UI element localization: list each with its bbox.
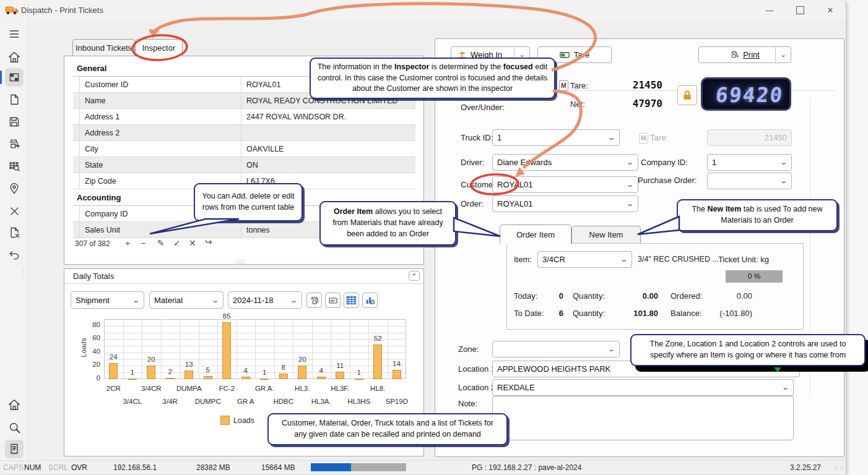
print-dropdown[interactable]: ⌄: [775, 47, 791, 62]
toolbar-grip[interactable]: ⁚⁚: [22, 270, 27, 276]
desktop: Dispatch - Print Tickets — ✕ ⁚⁚ Inbound: [0, 0, 868, 475]
tab-inbound-tickets[interactable]: Inbound Tickets: [72, 39, 135, 56]
print-button[interactable]: Print ⌄: [698, 46, 791, 63]
manual-tare-badge[interactable]: M: [559, 80, 568, 91]
quantity-to-date-label: Quantity:: [573, 309, 605, 318]
property-label: State: [80, 157, 241, 173]
record-delete-button[interactable]: −: [141, 238, 145, 248]
lcd-value: 69420: [714, 83, 784, 107]
tiles-icon[interactable]: [5, 68, 24, 87]
print-add-icon[interactable]: [5, 135, 24, 153]
close-icon[interactable]: [5, 202, 24, 220]
item-label: Item:: [514, 255, 532, 264]
save-icon[interactable]: [5, 113, 24, 131]
driver-select[interactable]: Diane Edwards⌄: [492, 154, 638, 171]
chart-settings-icon[interactable]: [362, 293, 378, 308]
property-row: CityOAKVILLE: [73, 141, 415, 157]
chart-bar: [355, 379, 363, 380]
chart-barlab: 24: [101, 353, 126, 361]
app-logo-truck-icon: [5, 4, 19, 15]
truck-id-value: 1: [497, 133, 501, 142]
home-icon[interactable]: [5, 396, 24, 414]
chart-barlab: 20: [290, 356, 315, 363]
company-id-select[interactable]: 1⌄: [707, 154, 792, 171]
chevron-down-icon: ⌄: [626, 200, 634, 208]
status-bar: CAPS NUM SCRL OVR 192.168.56.1 28382 MB …: [0, 460, 846, 474]
totals-group-select[interactable]: Material⌄: [149, 291, 224, 309]
tab-order-item[interactable]: Order Item: [500, 225, 571, 244]
minimize-button[interactable]: —: [756, 0, 783, 20]
legend-label: Loads: [233, 416, 254, 425]
chart-barlab: 8: [271, 364, 296, 371]
row-gutter: [73, 125, 80, 140]
menu-icon[interactable]: [5, 25, 24, 43]
row-gutter: [73, 109, 80, 124]
item-select[interactable]: 3/4CR⌄: [537, 251, 632, 268]
status-progress-fill: [311, 463, 351, 471]
truck-id-select[interactable]: 1⌄: [492, 129, 620, 146]
chart-ylabel: Loads: [80, 335, 87, 360]
property-value[interactable]: [241, 125, 415, 140]
collapse-button[interactable]: ⌃: [409, 271, 420, 281]
location1-dropdown-arrow-icon[interactable]: [774, 367, 781, 372]
receipt-icon[interactable]: [5, 440, 24, 458]
row-gutter: [73, 93, 80, 108]
record-post-button[interactable]: ✓: [173, 238, 181, 248]
left-toolbar: ⁚⁚: [0, 20, 28, 461]
chart-barlab: 1: [347, 369, 371, 376]
lock-icon: [682, 90, 692, 101]
undo-icon[interactable]: [5, 246, 24, 264]
tare-readout-label: Tare:: [570, 81, 588, 90]
record-add-button[interactable]: ＋: [123, 238, 132, 249]
close-button[interactable]: ✕: [817, 0, 844, 20]
chart-catlab: HL3HS: [339, 398, 379, 405]
chart-gridv: [388, 319, 388, 379]
document-delete-icon[interactable]: [5, 223, 24, 242]
order-select[interactable]: ROYAL01⌄: [492, 195, 638, 212]
chart-catlab: 2CR: [93, 385, 133, 392]
chart-catlab: DUMPA: [169, 385, 209, 392]
order-progress-bar: 0 %: [726, 270, 783, 283]
chart-barlab: 2: [158, 368, 183, 375]
table-search-icon[interactable]: [5, 157, 24, 176]
property-value[interactable]: 2447 ROYAL WINDSOR DR.: [241, 109, 415, 124]
resize-grip[interactable]: ⁙⁙: [833, 464, 845, 471]
chart-catlab: GR A: [226, 398, 266, 405]
maximize-button[interactable]: [786, 0, 814, 20]
today-label: Today:: [514, 291, 537, 301]
document-icon[interactable]: [5, 90, 24, 109]
property-value[interactable]: OAKVILLE: [241, 141, 415, 156]
tab-new-item[interactable]: New Item: [571, 226, 641, 243]
zone-select[interactable]: ⌄: [492, 341, 620, 357]
totals-date-select[interactable]: 2024-11-18⌄: [228, 291, 302, 309]
print-icon[interactable]: [306, 293, 322, 308]
callout-rows-edit: You can Add, delete or edit rows from th…: [194, 183, 303, 221]
record-edit-button[interactable]: ✎: [157, 238, 165, 248]
chart-ytick: 0: [82, 374, 100, 382]
label-icon[interactable]: [325, 293, 341, 308]
record-refresh-button[interactable]: ↪: [205, 237, 212, 247]
location2-select[interactable]: REXDALE⌄: [492, 379, 794, 396]
tab-order-item-label: Order Item: [516, 230, 555, 239]
manual-tare-badge-disabled: M: [639, 133, 648, 143]
property-row: Address 2: [73, 125, 415, 141]
home-icon[interactable]: [5, 48, 24, 67]
tab-inspector[interactable]: Inspector: [135, 39, 183, 56]
chart-bar: [222, 322, 231, 379]
truck-id-label: Truck ID:: [461, 133, 493, 142]
legend-swatch: [220, 416, 230, 425]
note-textarea[interactable]: [492, 396, 794, 440]
chevron-down-icon: ⌄: [626, 158, 634, 166]
scale-lock-button[interactable]: [677, 85, 697, 105]
location-pin-icon[interactable]: [5, 179, 24, 198]
horizontal-splitter[interactable]: ∷∷: [236, 259, 245, 265]
customer-select[interactable]: ROYAL01⌄: [492, 176, 638, 193]
totals-type-select[interactable]: Shipment⌄: [71, 291, 144, 309]
property-value[interactable]: ON: [241, 157, 415, 173]
tare-field-label: Tare:: [650, 133, 668, 142]
record-cancel-button[interactable]: ✕: [189, 238, 196, 248]
purchase-order-select[interactable]: ⌄: [707, 173, 792, 189]
search-icon[interactable]: [5, 418, 24, 437]
row-gutter: [73, 157, 80, 173]
table-icon[interactable]: [344, 293, 359, 308]
